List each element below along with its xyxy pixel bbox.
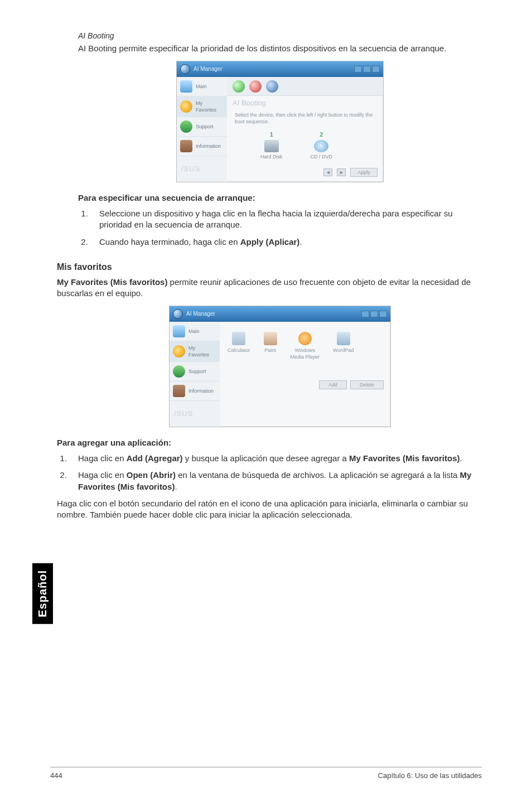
page-number: 444: [50, 771, 62, 781]
minimize-icon[interactable]: [354, 66, 362, 73]
my-favorites-heading: Mis favoritos: [57, 261, 482, 273]
titlebar: AI Manager: [177, 61, 383, 77]
boot-order-number: 1: [260, 131, 283, 139]
close-icon[interactable]: [379, 311, 387, 317]
favorite-app-wmp[interactable]: Windows Media Player: [291, 332, 320, 360]
hard-disk-icon: [264, 140, 279, 152]
boot-move-left-button[interactable]: ◄: [323, 168, 332, 176]
favorites-icon: [180, 100, 192, 113]
brand-logo: /SUS: [170, 401, 220, 427]
brand-logo: /SUS: [177, 156, 227, 182]
sidebar-item-main[interactable]: Main: [177, 77, 227, 96]
sidebar-item-support[interactable]: Support: [170, 362, 220, 381]
favorite-label: Windows Media Player: [291, 347, 320, 360]
support-icon: [173, 365, 185, 378]
maximize-icon[interactable]: [370, 311, 378, 317]
favorites-icon: [173, 345, 185, 357]
add-button[interactable]: Add: [319, 380, 347, 389]
add-app-heading: Para agregar una aplicación:: [57, 437, 482, 448]
windows-media-player-icon: [298, 332, 312, 345]
ai-booting-heading: AI Booting: [78, 31, 482, 41]
main-icon: [173, 325, 185, 337]
ai-booting-intro: AI Booting permite especificar la priori…: [78, 43, 482, 54]
favorite-app-paint[interactable]: Paint: [264, 332, 277, 360]
add-app-step-1: Haga clic en Add (Agregar) y busque la a…: [69, 453, 482, 464]
chapter-label: Capítulo 6: Uso de las utilidades: [378, 771, 482, 781]
sidebar-label: My Favorites: [188, 345, 209, 358]
boot-steps-heading: Para especificar una secuencia de arranq…: [78, 192, 482, 204]
sidebar-item-main[interactable]: Main: [170, 322, 220, 341]
boot-step-1: Seleccione un dispositivo y haga clic en…: [90, 208, 482, 231]
close-icon[interactable]: [372, 66, 380, 73]
boot-move-right-button[interactable]: ►: [337, 168, 346, 176]
sidebar-item-support[interactable]: Support: [177, 117, 227, 137]
favorite-app-calculator[interactable]: Calculator: [228, 332, 250, 360]
language-tab: Español: [32, 563, 53, 624]
sidebar-label: My Favorites: [196, 100, 216, 113]
maximize-icon[interactable]: [363, 66, 371, 73]
favorite-label: Calculator: [228, 347, 250, 354]
favorite-app-wordpad[interactable]: WordPad: [333, 332, 354, 360]
boot-device-2[interactable]: 2 CD / DVD: [311, 131, 333, 160]
sidebar-label: Support: [196, 123, 214, 130]
toolbar: [227, 77, 383, 96]
sidebar-label: Information: [196, 143, 221, 149]
cd-dvd-icon: [314, 140, 328, 152]
panel-hint: Select the device, then click the left /…: [227, 110, 383, 128]
add-app-step-2: Haga clic en Open (Abrir) en la ventana …: [69, 470, 482, 492]
ai-manager-window-booting: AI Manager Main My: [176, 61, 384, 182]
information-icon: [180, 140, 192, 152]
sidebar-label: Main: [188, 328, 200, 335]
wordpad-icon: [337, 332, 350, 345]
tool-icon-1[interactable]: [233, 80, 245, 93]
sidebar-label: Support: [188, 368, 206, 375]
information-icon: [173, 385, 185, 397]
sidebar-label: Main: [196, 83, 207, 90]
my-favorites-intro: My Favorites (Mis favoritos) permite reu…: [57, 277, 482, 299]
titlebar: AI Manager: [170, 306, 390, 322]
sidebar-item-information[interactable]: Information: [170, 381, 220, 401]
boot-order-number: 2: [311, 131, 333, 139]
calculator-icon: [232, 332, 245, 345]
sidebar-label: Information: [188, 388, 214, 394]
closing-paragraph: Haga clic con el botón secundario del ra…: [57, 498, 482, 521]
tool-icon-2[interactable]: [249, 80, 262, 93]
sidebar-item-favorites[interactable]: My Favorites: [170, 341, 220, 362]
favorite-label: WordPad: [333, 347, 354, 354]
boot-step-2: Cuando haya terminado, haga clic en Appl…: [90, 236, 482, 248]
main-icon: [180, 80, 192, 93]
window-controls[interactable]: [354, 66, 380, 73]
boot-device-1[interactable]: 1 Hard Disk: [260, 131, 283, 160]
ai-manager-window-favorites: AI Manager Main My: [169, 306, 391, 427]
window-title: AI Manager: [186, 310, 215, 318]
favorite-label: Paint: [264, 347, 277, 354]
sidebar-item-favorites[interactable]: My Favorites: [177, 96, 227, 117]
page-footer: 444 Capítulo 6: Uso de las utilidades: [50, 767, 482, 781]
apply-button[interactable]: Apply: [350, 168, 378, 177]
boot-device-label: CD / DVD: [311, 153, 333, 160]
sidebar-item-information[interactable]: Information: [177, 137, 227, 156]
minimize-icon[interactable]: [361, 311, 369, 317]
app-orb-icon: [180, 64, 190, 74]
boot-device-label: Hard Disk: [260, 153, 283, 160]
delete-button[interactable]: Delete: [350, 380, 384, 389]
window-controls[interactable]: [361, 311, 387, 317]
panel-title: AI Booting: [227, 96, 383, 110]
app-orb-icon: [173, 309, 183, 319]
tool-icon-3[interactable]: [266, 80, 278, 93]
window-title: AI Manager: [194, 65, 223, 73]
support-icon: [180, 120, 192, 133]
paint-icon: [264, 332, 277, 345]
